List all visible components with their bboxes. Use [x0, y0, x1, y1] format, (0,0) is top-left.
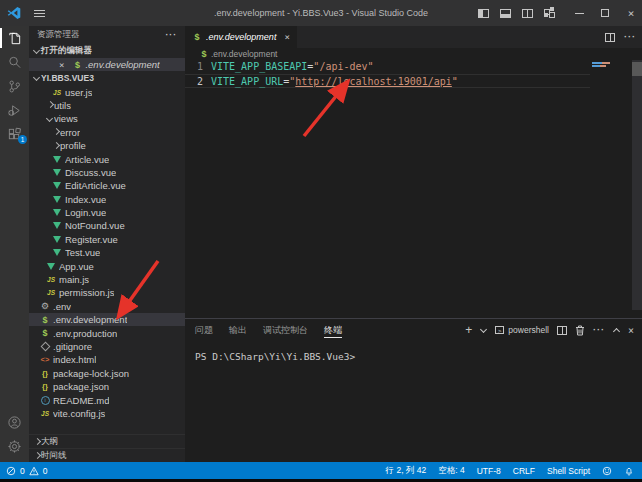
tab-bar: .env.development × ··· [185, 26, 642, 48]
account-icon[interactable] [0, 410, 29, 434]
editor-scrollbar[interactable] [632, 60, 642, 310]
new-terminal-icon[interactable]: + [465, 323, 472, 337]
tree-item[interactable]: permission.js [29, 286, 185, 299]
env-file-icon [199, 49, 209, 59]
tree-item[interactable]: main.js [29, 273, 185, 286]
split-editor-icon[interactable] [605, 33, 615, 42]
close-button[interactable]: × [620, 0, 642, 26]
editor-more-icon[interactable]: ··· [624, 32, 636, 42]
problems-status[interactable]: 0 0 [0, 466, 47, 476]
encoding[interactable]: UTF-8 [477, 466, 501, 476]
tree-item[interactable]: Test.vue [29, 246, 185, 259]
tree-item[interactable]: .env.development [29, 313, 185, 326]
toggle-secondary-sidebar-button[interactable] [516, 0, 538, 26]
outline-section[interactable]: 大纲 [29, 434, 185, 448]
tree-item[interactable]: vite.config.js [29, 407, 185, 420]
source-control-icon[interactable] [0, 74, 29, 98]
settings-gear-icon[interactable] [0, 434, 29, 458]
minimize-button[interactable] [568, 0, 590, 26]
tree-item[interactable]: Index.vue [29, 193, 185, 206]
maximize-panel-icon[interactable] [613, 327, 620, 334]
vscode-window: .env.development - Yi.BBS.Vue3 - Visual … [0, 0, 642, 482]
breadcrumb[interactable]: .env.development [185, 48, 642, 60]
tree-item[interactable]: Discuss.vue [29, 166, 185, 179]
eol-sequence[interactable]: CRLF [513, 466, 535, 476]
code-line-2: 2 VITE_APP_URL="http://localhost:19001/a… [185, 74, 590, 88]
explorer-icon[interactable] [0, 26, 29, 50]
toggle-sidebar-button[interactable] [472, 0, 494, 26]
tree-item[interactable]: views [29, 112, 185, 125]
close-panel-icon[interactable]: × [628, 325, 634, 336]
extensions-icon[interactable]: 1 [0, 122, 29, 146]
kill-terminal-icon[interactable] [575, 325, 585, 336]
customize-layout-button[interactable] [538, 0, 560, 26]
maximize-button[interactable] [594, 0, 616, 26]
tree-item[interactable]: profile [29, 139, 185, 152]
open-editor-item[interactable]: × .env.development [29, 58, 185, 71]
terminal-prompt: PS D:\CSharp\Yi\Yi.BBS.Vue3> [195, 351, 355, 362]
search-icon[interactable] [0, 50, 29, 74]
minimap [592, 62, 610, 68]
tree-item[interactable]: Login.vue [29, 206, 185, 219]
toggle-panel-button[interactable] [494, 0, 516, 26]
notifications-bell-icon[interactable] [624, 466, 634, 476]
open-editors-section[interactable]: 打开的编辑器 [29, 44, 185, 58]
panel-tab[interactable]: 终端 [324, 319, 342, 341]
tree-item[interactable]: .env.production [29, 326, 185, 339]
panel-tab[interactable]: 问题 [195, 319, 213, 341]
menu-icon[interactable] [34, 10, 45, 17]
tree-item[interactable]: .env [29, 300, 185, 313]
env-file-icon [192, 32, 202, 42]
terminal-panel: 问题输出调试控制台终端 + > powershell ··· × PS D:\C… [185, 318, 642, 462]
terminal-icon: > [495, 326, 504, 334]
tree-item[interactable]: index.html [29, 353, 185, 366]
run-debug-icon[interactable] [0, 98, 29, 122]
split-terminal-icon[interactable] [557, 326, 567, 335]
tree-item[interactable]: package.json [29, 380, 185, 393]
status-bar: 0 0 行 2, 列 42 空格: 4 UTF-8 CRLF Shell Scr… [0, 462, 642, 479]
warnings-icon [29, 466, 39, 476]
terminal-output[interactable]: PS D:\CSharp\Yi\Yi.BBS.Vue3> [185, 341, 642, 462]
explorer-title: 资源管理器 [37, 29, 80, 41]
tree-item[interactable]: utils [29, 99, 185, 112]
env-file-icon [72, 60, 82, 70]
panel-more-icon[interactable]: ··· [593, 325, 605, 335]
tree-item[interactable]: Article.vue [29, 152, 185, 165]
warnings-count: 0 [43, 466, 48, 476]
tree-item[interactable]: user.js [29, 85, 185, 98]
extensions-badge: 1 [18, 135, 27, 144]
tree-item[interactable]: Register.vue [29, 233, 185, 246]
cursor-position[interactable]: 行 2, 列 42 [386, 465, 427, 477]
language-mode[interactable]: Shell Script [547, 466, 590, 476]
indentation[interactable]: 空格: 4 [438, 465, 464, 477]
feedback-icon[interactable] [602, 466, 612, 476]
terminal-dropdown-icon[interactable] [480, 327, 487, 334]
explorer-more-icon[interactable]: ··· [166, 30, 178, 40]
code-line-1: 1 VITE_APP_BASEAPI="/api-dev" [185, 60, 590, 74]
file-tree: user.js utils views error profile Articl… [29, 85, 185, 420]
editor-group: .env.development × ··· .env.development … [185, 26, 642, 462]
activity-bar: 1 [0, 26, 29, 462]
timeline-section[interactable]: 时间线 [29, 448, 185, 462]
tree-item[interactable]: App.vue [29, 259, 185, 272]
errors-icon [6, 466, 16, 476]
tree-item[interactable]: NotFound.vue [29, 219, 185, 232]
tree-item[interactable]: .gitignore [29, 340, 185, 353]
tree-item[interactable]: EditArticle.vue [29, 179, 185, 192]
title-bar: .env.development - Yi.BBS.Vue3 - Visual … [0, 0, 642, 26]
errors-count: 0 [20, 466, 25, 476]
tab-env-development[interactable]: .env.development × [185, 26, 297, 48]
terminal-profile[interactable]: > powershell [495, 325, 549, 335]
tree-item[interactable]: error [29, 126, 185, 139]
project-section[interactable]: YI.BBS.VUE3 [29, 71, 185, 85]
code-editor[interactable]: 1 VITE_APP_BASEAPI="/api-dev" 2 VITE_APP… [185, 60, 642, 318]
tab-close-icon[interactable]: × [284, 32, 289, 42]
panel-tab[interactable]: 调试控制台 [263, 319, 308, 341]
close-editor-icon[interactable]: × [59, 60, 64, 70]
panel-tab[interactable]: 输出 [229, 319, 247, 341]
tree-item[interactable]: package-lock.json [29, 367, 185, 380]
tree-item[interactable]: README.md [29, 393, 185, 406]
explorer-sidebar: 资源管理器 ··· 打开的编辑器 × .env.development YI.B… [29, 26, 185, 462]
vscode-logo-icon [7, 6, 21, 20]
url-link[interactable]: http://localhost:19001/api [295, 76, 452, 87]
